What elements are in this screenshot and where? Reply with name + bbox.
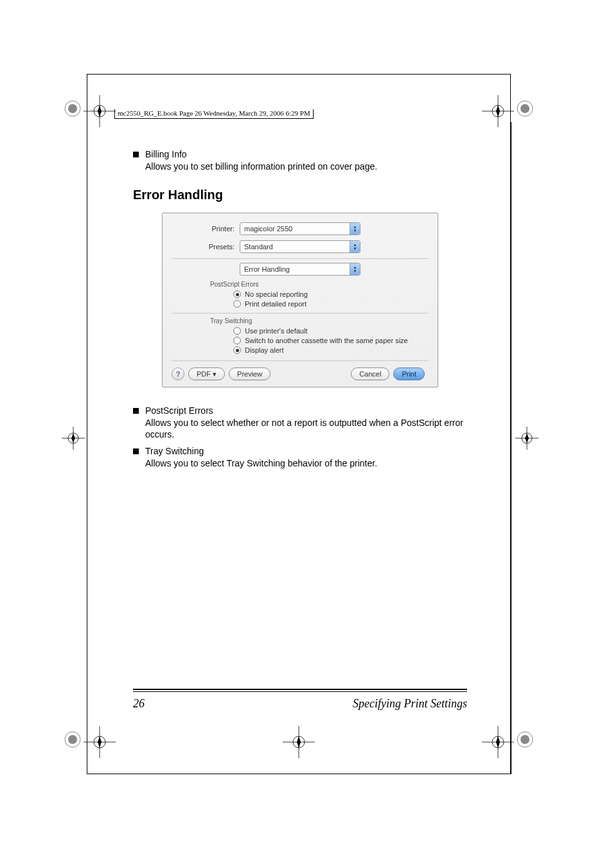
crop-mark-icon <box>482 726 514 758</box>
help-button[interactable]: ? <box>172 368 184 380</box>
radio-print-detailed-report[interactable]: Print detailed report <box>233 300 429 308</box>
radio-no-special-reporting[interactable]: No special reporting <box>233 290 429 298</box>
bullet-billing-info: Billing Info <box>133 149 467 159</box>
presets-value: Standard <box>240 243 273 251</box>
print-label: Print <box>402 370 416 378</box>
footer-rule <box>133 689 467 690</box>
radio-switch-cassette[interactable]: Switch to another cassette with the same… <box>233 337 429 344</box>
radio-display-alert[interactable]: Display alert <box>233 346 429 354</box>
registration-circle-icon <box>517 100 533 117</box>
footer-title: Specifying Print Settings <box>353 697 467 711</box>
printer-select[interactable]: magicolor 2550 ▲▼ <box>240 222 360 235</box>
bullet-desc: Allows you to select Tray Switching beha… <box>145 457 467 469</box>
bullet-title: Billing Info <box>145 149 187 159</box>
page-number: 26 <box>133 697 145 711</box>
tray-switching-group-label: Tray Switching <box>210 317 429 324</box>
bullet-tray-switching: Tray Switching <box>133 446 467 456</box>
bullet-postscript-errors: PostScript Errors <box>133 405 467 416</box>
radio-label: No special reporting <box>245 290 308 298</box>
footer-rule <box>133 691 467 692</box>
pane-select[interactable]: Error Handling ▲▼ <box>240 263 360 276</box>
guide-line <box>511 122 511 774</box>
ps-errors-group: No special reporting Print detailed repo… <box>233 290 429 308</box>
printer-row: Printer: magicolor 2550 ▲▼ <box>172 222 429 235</box>
running-head: mc2550_RG_E.book Page 26 Wednesday, Marc… <box>114 109 314 119</box>
guide-line <box>87 122 87 774</box>
cancel-button[interactable]: Cancel <box>351 368 389 380</box>
help-icon: ? <box>176 370 181 378</box>
pdf-button[interactable]: PDF ▾ <box>188 368 225 380</box>
print-dialog: Printer: magicolor 2550 ▲▼ Presets: Stan… <box>162 213 438 387</box>
radio-icon <box>233 337 241 344</box>
page-content: Billing Info Allows you to set billing i… <box>133 149 467 474</box>
preview-button[interactable]: Preview <box>229 368 271 380</box>
ps-errors-group-label: PostScript Errors <box>210 281 429 288</box>
square-bullet-icon <box>133 152 139 157</box>
bullet-desc: Allows you to set billing information pr… <box>145 161 467 172</box>
tray-switching-group: Use printer's default Switch to another … <box>233 327 429 354</box>
crop-mark-icon <box>283 726 315 758</box>
pane-value: Error Handling <box>240 265 290 273</box>
guide-line <box>87 74 87 103</box>
radio-icon <box>233 290 241 298</box>
square-bullet-icon <box>133 448 139 454</box>
svg-point-20 <box>68 735 77 744</box>
dialog-footer: ? PDF ▾ Preview Cancel Print <box>172 360 429 380</box>
section-heading: Error Handling <box>133 188 467 202</box>
page-footer: 26 Specifying Print Settings <box>133 689 467 711</box>
radio-label: Use printer's default <box>245 327 307 335</box>
cancel-label: Cancel <box>359 370 381 378</box>
radio-label: Display alert <box>245 346 284 354</box>
svg-point-22 <box>520 735 529 744</box>
preview-label: Preview <box>237 370 262 378</box>
printer-label: Printer: <box>172 225 240 233</box>
updown-arrows-icon: ▲▼ <box>350 263 360 275</box>
registration-circle-icon <box>64 731 81 748</box>
svg-point-18 <box>520 104 529 113</box>
printer-value: magicolor 2550 <box>240 225 292 233</box>
svg-point-16 <box>68 104 77 113</box>
print-button[interactable]: Print <box>393 368 425 380</box>
registration-circle-icon <box>64 100 81 117</box>
crop-mark-icon <box>514 425 540 451</box>
registration-circle-icon <box>517 731 533 748</box>
pdf-label: PDF ▾ <box>197 370 217 378</box>
presets-select[interactable]: Standard ▲▼ <box>240 240 360 253</box>
radio-label: Print detailed report <box>245 300 306 308</box>
pane-row: Error Handling ▲▼ <box>172 263 429 276</box>
bullet-title: PostScript Errors <box>145 405 213 416</box>
crop-mark-icon <box>482 95 514 127</box>
presets-label: Presets: <box>172 243 240 251</box>
radio-icon <box>233 300 241 308</box>
radio-icon <box>233 346 241 354</box>
square-bullet-icon <box>133 408 139 414</box>
radio-use-printer-default[interactable]: Use printer's default <box>233 327 429 335</box>
lower-bullets: PostScript Errors Allows you to select w… <box>133 405 467 469</box>
bullet-desc: Allows you to select whether or not a re… <box>145 417 467 440</box>
crop-mark-icon <box>84 726 116 758</box>
radio-label: Switch to another cassette with the same… <box>245 337 408 344</box>
bullet-title: Tray Switching <box>145 446 204 456</box>
updown-arrows-icon: ▲▼ <box>350 223 360 235</box>
crop-mark-icon <box>60 425 86 451</box>
updown-arrows-icon: ▲▼ <box>350 241 360 252</box>
presets-row: Presets: Standard ▲▼ <box>172 240 429 253</box>
radio-icon <box>233 327 241 335</box>
crop-mark-icon <box>84 95 116 127</box>
